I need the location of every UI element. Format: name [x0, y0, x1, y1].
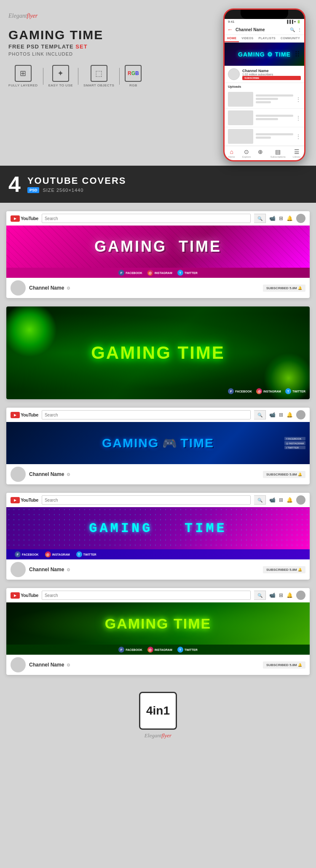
phone-video-dots-1[interactable]: ⋮	[296, 97, 301, 102]
instagram-icon-5: ◎	[147, 647, 153, 653]
phone-video-line-1	[256, 94, 293, 97]
phone-video-item-1[interactable]: ⋮	[225, 90, 304, 109]
yt-bell-icon-4[interactable]: 🔔	[287, 497, 293, 503]
phone-explore-icon: ⊙	[244, 148, 249, 155]
feature-smart: ⬚ SMART OBJECTS	[83, 65, 114, 87]
feature-easy-label: EASY TO USE	[48, 83, 73, 87]
phone-search-icon[interactable]: 🔍	[290, 27, 295, 32]
yt-search-button-1[interactable]: 🔍	[254, 214, 266, 223]
yt-logo-icon-1	[11, 215, 20, 222]
yt-bell-icon-1[interactable]: 🔔	[287, 215, 293, 221]
twitter-icon-5: t	[177, 647, 183, 653]
phone-signal: ▐▐▐ ▾ 🔋	[286, 20, 301, 24]
phone-subscribe-button[interactable]: SUBSCRIBE	[242, 76, 301, 80]
yt-grid-icon-5[interactable]: ⊞	[279, 592, 283, 598]
yt-avatar-5	[296, 591, 305, 600]
yt-channel-info-1: Channel Name ⚙	[29, 285, 260, 291]
social-twitter-2: t TWITTER	[285, 388, 305, 394]
yt-video-icon-4[interactable]: 📹	[269, 497, 276, 503]
yt-gear-icon-1[interactable]: ⚙	[67, 286, 70, 290]
phone-tab-videos[interactable]: VIDEOS	[239, 35, 256, 42]
yt-channel-row-1: Channel Name ⚙ SUBSCRIBED 5.8M 🔔	[6, 278, 310, 298]
yt-preview-card-3: YouTube 🔍 📹 ⊞ 🔔 GAMING 🎮 TIME f FACEBOOK…	[6, 408, 310, 484]
yt-search-button-3[interactable]: 🔍	[254, 410, 266, 419]
phone-tab-community[interactable]: COMMUNITY	[278, 35, 303, 42]
yt-ch-name-5: Channel Name	[29, 662, 64, 668]
phone-explore-tab[interactable]: ⊙ Explore	[242, 148, 251, 158]
social-instagram-1: ◎ INSTAGRAM	[147, 270, 172, 276]
yt-subscribed-button-5[interactable]: SUBSCRIBED 5.8M 🔔	[263, 661, 305, 669]
b3-instagram: ◎ INSTAGRAM	[284, 441, 305, 445]
phone-video-thumb-3	[228, 129, 253, 144]
yt-search-input-1[interactable]	[42, 214, 251, 223]
yt-bell-icon-5[interactable]: 🔔	[287, 592, 293, 598]
social-instagram-4: ◎ INSTAGRAM	[45, 551, 70, 557]
yt-video-icon-1[interactable]: 📹	[269, 215, 276, 221]
phone-mockup-container: 9:41 ▐▐▐ ▾ 🔋 ← Channel Name 🔍 ⋮ HOME VID…	[223, 8, 308, 161]
phone-time: 9:41	[228, 20, 235, 24]
phone-subscriptions-icon: ▤	[275, 148, 281, 155]
feature-divider-3	[119, 68, 120, 85]
phone-video-dots-2[interactable]: ⋮	[296, 115, 301, 121]
yt-search-button-4[interactable]: 🔍	[254, 495, 266, 505]
phone-tab-home[interactable]: HOME	[225, 35, 239, 42]
yt-grid-icon-3[interactable]: ⊞	[279, 412, 283, 418]
banner-title-blue-right: TIME	[180, 436, 214, 450]
twitter-label-2: TWITTER	[292, 390, 305, 393]
yt-avatar-3	[296, 410, 305, 419]
banner-social-1: f FACEBOOK ◎ INSTAGRAM t TWITTER	[6, 268, 310, 278]
phone-video-item-3[interactable]: ⋮	[225, 127, 304, 146]
phone-library-icon: ☰	[294, 148, 300, 155]
yt-search-input-3[interactable]	[42, 410, 251, 419]
yt-gear-icon-4[interactable]: ⚙	[67, 567, 70, 572]
phone-home-tab[interactable]: ⌂ Home	[228, 148, 235, 158]
yt-bell-icon-3[interactable]: 🔔	[287, 412, 293, 418]
yt-search-input-5[interactable]	[42, 591, 251, 600]
covers-info: YOUTUBE COVERS PSD SIZE 2560×1440	[27, 175, 308, 193]
phone-tab-playlists[interactable]: PLAYLISTS	[256, 35, 278, 42]
phone-video-line-5	[256, 118, 278, 120]
phone-video-line-6	[256, 133, 293, 135]
phone-back-icon[interactable]: ←	[227, 26, 233, 33]
yt-gear-icon-3[interactable]: ⚙	[67, 472, 70, 477]
four-in-one-text: 4in1	[146, 705, 170, 717]
yt-subscribed-button-4[interactable]: SUBSCRIBED 5.8M 🔔	[263, 566, 305, 573]
twitter-icon-1: t	[177, 270, 183, 276]
yt-video-icon-5[interactable]: 📹	[269, 592, 276, 598]
instagram-icon-1: ◎	[147, 270, 153, 276]
phone-banner-decoration: ⠿	[295, 50, 300, 59]
yt-gear-icon-5[interactable]: ⚙	[67, 663, 70, 667]
phone-video-item-2[interactable]: ⋮	[225, 109, 304, 127]
instagram-icon-2: ◎	[256, 388, 262, 394]
phone-subscriptions-tab[interactable]: ▤ Subscriptions	[270, 148, 286, 158]
yt-video-icon-3[interactable]: 📹	[269, 412, 276, 418]
banner-title-blue-left: GAMING	[102, 436, 159, 450]
phone-library-tab[interactable]: ☰ Library	[293, 148, 300, 158]
phone-video-dots-3[interactable]: ⋮	[296, 134, 301, 140]
banner-blue: GAMING 🎮 TIME f FACEBOOK ◎ INSTAGRAM t T…	[6, 422, 310, 464]
yt-search-input-4[interactable]	[42, 495, 251, 505]
yt-logo-text-3: YouTube	[21, 412, 38, 417]
yt-subscribed-button-3[interactable]: SUBSCRIBED 5.8M 🔔	[263, 471, 305, 478]
yt-logo-icon-5	[11, 592, 20, 599]
yt-search-button-5[interactable]: 🔍	[254, 591, 266, 600]
banner-pink: GAMING TIME	[6, 226, 310, 268]
yt-subscribed-button-1[interactable]: SUBSCRIBED 5.8M 🔔	[263, 285, 305, 292]
bottom-badge-section: 4in1 Elegantflyer	[0, 683, 316, 747]
twitter-label-5: TWITTER	[185, 648, 198, 651]
yt-logo-text-5: YouTube	[21, 593, 38, 598]
yt-toolbar-icons-4: 📹 ⊞ 🔔	[269, 497, 293, 503]
phone-add-tab[interactable]: ⊕	[258, 148, 263, 158]
yt-channel-avatar-4	[11, 562, 26, 577]
yt-grid-icon-1[interactable]: ⊞	[279, 215, 283, 221]
phone-channel-info: Channel Name 1.02 million subscribers SU…	[225, 66, 304, 83]
yt-logo-icon-3	[11, 412, 20, 418]
yt-toolbar-icons-1: 📹 ⊞ 🔔	[269, 215, 293, 221]
yt-grid-icon-4[interactable]: ⊞	[279, 497, 283, 503]
phone-uploads-label: Uploads	[225, 83, 304, 90]
phone-more-icon[interactable]: ⋮	[297, 27, 302, 32]
yt-channel-name-row-1: Channel Name ⚙	[29, 285, 260, 291]
green-blob-left	[6, 306, 57, 357]
social-facebook-5: f FACEBOOK	[118, 647, 142, 653]
banner-social-4: f FACEBOOK ◎ INSTAGRAM t TWITTER	[6, 549, 310, 559]
